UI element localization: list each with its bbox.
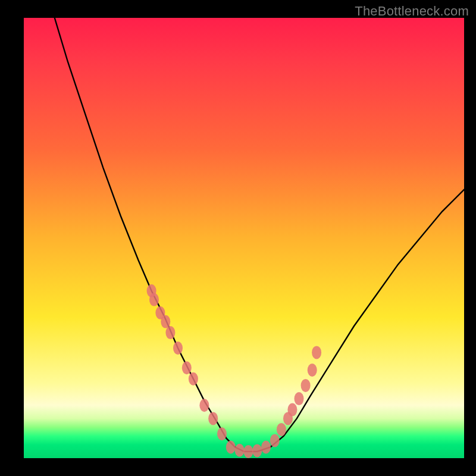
marker-dot xyxy=(189,372,198,386)
marker-dot xyxy=(199,399,209,412)
plot-area xyxy=(24,18,464,458)
marker-dot xyxy=(161,315,170,328)
chart-svg xyxy=(24,18,464,458)
marker-dot xyxy=(308,364,317,377)
marker-dot xyxy=(217,427,227,440)
marker-dot xyxy=(287,403,297,416)
watermark-text: TheBottleneck.com xyxy=(355,4,469,19)
marker-dot xyxy=(235,444,245,457)
highlight-markers xyxy=(147,284,321,458)
marker-dot xyxy=(208,412,218,425)
outer-frame: TheBottleneck.com xyxy=(0,0,476,476)
marker-dot xyxy=(277,423,286,436)
bottleneck-curve-path xyxy=(55,18,464,452)
marker-dot xyxy=(243,445,253,458)
marker-dot xyxy=(182,361,192,374)
marker-dot xyxy=(173,342,183,355)
marker-dot xyxy=(301,379,311,392)
marker-dot xyxy=(270,434,280,447)
marker-dot xyxy=(312,346,321,359)
marker-dot xyxy=(261,441,271,454)
marker-dot xyxy=(226,441,236,454)
marker-dot xyxy=(252,444,262,457)
marker-dot xyxy=(149,293,159,306)
marker-dot xyxy=(295,392,304,405)
marker-dot xyxy=(165,326,175,339)
